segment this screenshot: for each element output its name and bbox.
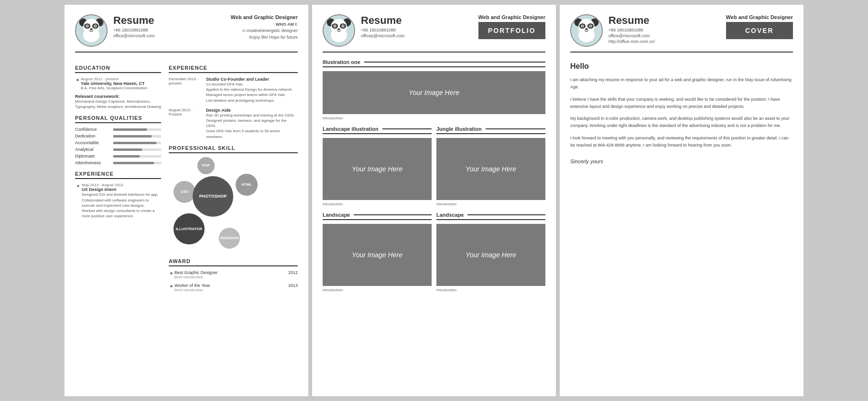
header-middle: Resume +86 18010881088 office@microsoft.… <box>113 14 226 38</box>
resume-email: officep@microsoft.com <box>361 33 474 38</box>
quality-bar-fill <box>113 162 154 164</box>
right-exp-item-1: August 2013 - Present Design Aide Ran 3D… <box>169 108 298 139</box>
header-right: Web and Graphic Designer PORTFOLIO <box>478 14 545 39</box>
award-item-0: Best Graphic Designer Brief introduction… <box>169 270 298 279</box>
bubble-php: PHP <box>197 157 215 174</box>
cover-para-0: I am attaching my resume in response to … <box>570 76 793 91</box>
section-title-text: Landscape <box>323 212 350 218</box>
left-column: EDUCATION August 2011 - present Yale Uni… <box>75 59 161 296</box>
intro-jungle: Introduction: <box>436 202 545 206</box>
right-exp-text: Co-founded DFA Yale. Applied to the nati… <box>206 82 298 103</box>
resume-name: Resume <box>361 14 474 27</box>
svg-point-21 <box>334 25 336 27</box>
education-title: EDUCATION <box>75 65 161 73</box>
header-middle: Resume +86 18010881088 officep@microsoft… <box>361 14 474 38</box>
svg-point-22 <box>342 25 344 27</box>
right-exp-content: Studio Co-Founder and Leader Co-founded … <box>206 77 298 103</box>
quality-confidence: Confidence <box>75 127 161 132</box>
section-landscape: Landscape illustration <box>323 126 432 134</box>
quality-bar-fill <box>113 155 140 158</box>
cover-hello: Hello <box>570 62 793 71</box>
main-columns: EDUCATION August 2011 - present Yale Uni… <box>75 59 298 296</box>
resume-email: office@microsoft.com <box>608 33 721 38</box>
who-am-i-label: WHO AM I: <box>231 22 298 27</box>
section-illustration-one: Illustration one <box>323 59 545 67</box>
svg-point-35 <box>585 28 588 30</box>
section-jungle: Jungle illustration <box>436 126 545 134</box>
quality-bar-bg <box>113 128 161 131</box>
svg-point-33 <box>582 25 583 27</box>
section-title-text: Jungle illustration <box>436 126 482 132</box>
image-illustration-one: Your Image Here <box>323 71 545 114</box>
resume-header: Resume +86 18010881088 office@microsoft.… <box>75 14 298 53</box>
resume-name: Resume <box>608 14 721 27</box>
exp-title: UX Design Intern <box>82 187 161 192</box>
qualities-list: Confidence Dedication Accountable <box>75 127 161 165</box>
intro-illustration-one: Introduction: <box>323 116 545 120</box>
port-col-landscape2: Landscape Your Image Here Introduction: <box>323 206 432 292</box>
quality-label: Analytical <box>75 147 113 152</box>
quality-dedication: Dedication <box>75 134 161 138</box>
cover-signature: Sincerly yours <box>570 158 793 164</box>
quality-label: Confidence <box>75 127 113 132</box>
cover-header: Resume +86 18010881088 office@microsoft.… <box>570 14 793 53</box>
section-title-text: Landscape illustration <box>323 126 379 132</box>
portfolio-header: Resume +86 18010881088 officep@microsoft… <box>323 14 545 53</box>
edu-degree: B.A. Fine Arts, Sculpture Concentration <box>81 86 161 90</box>
avatar <box>570 14 603 47</box>
page-resume: Resume +86 18010881088 office@microsoft.… <box>65 5 308 396</box>
edu-date: August 2011 - present <box>81 77 161 81</box>
quality-bar-bg <box>113 148 161 151</box>
svg-point-34 <box>590 25 591 27</box>
image-jungle: Your Image Here <box>436 138 545 200</box>
quality-bar-bg <box>113 162 161 164</box>
who-am-i-text: A creative/energetic designerEnjoy life/… <box>231 28 298 41</box>
port-row-1: Landscape illustration Your Image Here I… <box>323 120 545 206</box>
portfolio-button: PORTFOLIO <box>478 22 545 39</box>
avatar <box>323 14 355 47</box>
quality-label: Dedication <box>75 134 113 138</box>
quality-label: Diplomatic <box>75 154 113 158</box>
resume-email: office@microsoft.com <box>113 33 226 38</box>
quality-label: Accountable <box>75 140 113 145</box>
right-exp-title: Design Aide <box>206 108 298 113</box>
bubble-photoshop: PHOTOSHOP <box>193 176 233 217</box>
svg-point-23 <box>337 28 340 30</box>
relevant-text: Mechanical Design Capstone, Mechatronics… <box>75 99 161 109</box>
svg-point-11 <box>90 28 93 30</box>
cover-button: COVER <box>726 22 793 39</box>
right-exp-date: December 2013 - present <box>169 77 202 103</box>
skill-bubbles: PHP CSS PHOTOSHOP HTML ILLUSTRATOR INDES… <box>169 157 298 253</box>
quality-bar-fill <box>113 128 147 131</box>
intro-landscape2: Introduction: <box>323 288 432 292</box>
intro-landscape3: Introduction: <box>436 288 545 292</box>
education-item: August 2011 - present Yale University, N… <box>75 77 161 90</box>
section-landscape2: Landscape <box>323 212 432 220</box>
resume-phone: +86 18010881088 <box>608 28 721 32</box>
bubble-html: HTML <box>236 174 258 196</box>
bubble-indesign: INDESIGN <box>219 228 240 249</box>
image-landscape: Your Image Here <box>323 138 432 200</box>
quality-bar-bg <box>113 142 161 144</box>
section-title-text: Illustration one <box>323 59 360 65</box>
relevant-coursework: Relevant coursework: Mechanical Design C… <box>75 94 161 109</box>
resume-phone: +86 18010881088 <box>113 28 226 32</box>
award-name: Worker of the Year <box>174 283 288 288</box>
experience-right-title: EXPERIENCE <box>169 65 298 73</box>
quality-attentiveness: Attentiveness <box>75 160 161 165</box>
bubble-css: CSS <box>174 181 195 203</box>
image-landscape3: Your Image Here <box>436 224 545 286</box>
personal-qualities-title: PERSONAL QUALITIES <box>75 115 161 123</box>
port-col-landscape3: Landscape Your Image Here Introduction: <box>436 206 545 292</box>
quality-diplomatic: Diplomatic <box>75 154 161 158</box>
job-title: Web and Graphic Designer <box>726 14 793 20</box>
right-exp-text: Ran 3D printing workshops and training a… <box>206 113 298 139</box>
svg-point-10 <box>95 25 96 27</box>
award-item-1: Worker of the Year Brief introduction 20… <box>169 283 298 292</box>
award-title: AWARD <box>169 258 298 266</box>
header-middle: Resume +86 18010881088 office@microsoft.… <box>608 14 721 44</box>
svg-point-9 <box>87 25 88 27</box>
relevant-title: Relevant coursework: <box>75 94 161 99</box>
exp-text: Designed iOS and Android interfaces for … <box>82 192 161 219</box>
quality-bar-fill <box>113 135 152 137</box>
